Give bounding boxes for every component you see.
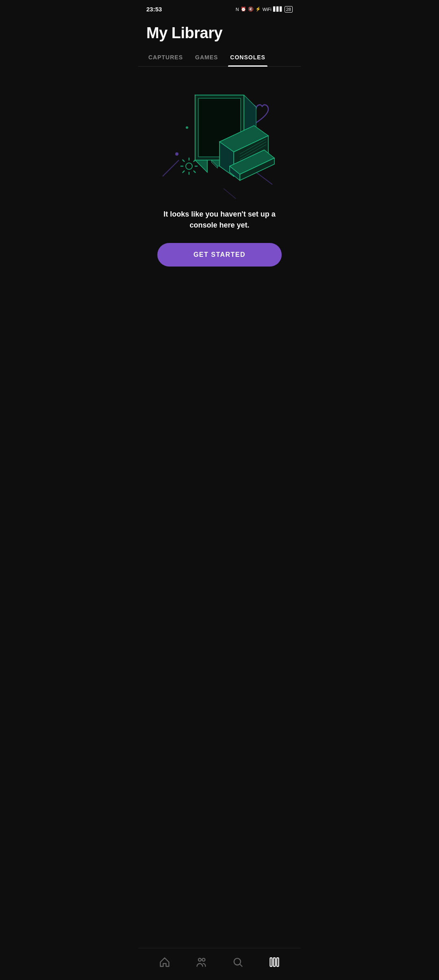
console-illustration xyxy=(146,75,293,205)
nav-item-library[interactable] xyxy=(263,954,286,970)
svg-rect-26 xyxy=(270,958,272,967)
wifi-icon: WiFi xyxy=(263,7,272,12)
console-svg xyxy=(154,79,285,201)
svg-point-5 xyxy=(175,152,178,156)
page-header: My Library xyxy=(138,16,301,46)
nav-item-home[interactable] xyxy=(153,954,176,970)
tab-consoles[interactable]: CONSOLES xyxy=(228,50,267,66)
bluetooth-icon: ⚡ xyxy=(255,7,261,12)
nav-item-search[interactable] xyxy=(226,954,250,970)
svg-point-6 xyxy=(186,163,192,169)
status-icons: N ⏰ 🔇 ⚡ WiFi ▋▋▋ 28 xyxy=(236,6,293,13)
status-bar: 23:53 N ⏰ 🔇 ⚡ WiFi ▋▋▋ 28 xyxy=(138,0,301,16)
home-icon xyxy=(159,956,170,968)
library-icon xyxy=(269,956,280,968)
tabs-container: CAPTURES GAMES CONSOLES xyxy=(138,46,301,67)
svg-rect-27 xyxy=(274,958,276,967)
tab-captures[interactable]: CAPTURES xyxy=(146,50,185,66)
svg-point-24 xyxy=(202,958,205,961)
svg-line-2 xyxy=(224,189,236,199)
nfc-icon: N xyxy=(236,7,239,12)
status-time: 23:53 xyxy=(146,6,162,13)
alarm-icon: ⏰ xyxy=(241,7,246,12)
page-title: My Library xyxy=(146,24,293,42)
main-content: It looks like you haven't set up a conso… xyxy=(138,67,301,948)
svg-point-23 xyxy=(198,958,201,961)
nav-item-friends[interactable] xyxy=(189,954,213,970)
tab-games[interactable]: GAMES xyxy=(193,50,220,66)
svg-point-3 xyxy=(186,126,188,129)
search-icon xyxy=(232,956,243,968)
svg-rect-28 xyxy=(277,958,279,967)
svg-line-0 xyxy=(163,160,179,176)
signal-icon: ▋▋▋ xyxy=(273,7,283,12)
get-started-button[interactable]: GET STARTED xyxy=(157,243,282,267)
svg-line-1 xyxy=(256,172,272,184)
mute-icon: 🔇 xyxy=(248,7,254,12)
bottom-nav xyxy=(138,948,301,980)
empty-state-message: It looks like you haven't set up a conso… xyxy=(150,205,289,243)
friends-icon xyxy=(196,956,207,968)
battery-indicator: 28 xyxy=(285,6,293,13)
